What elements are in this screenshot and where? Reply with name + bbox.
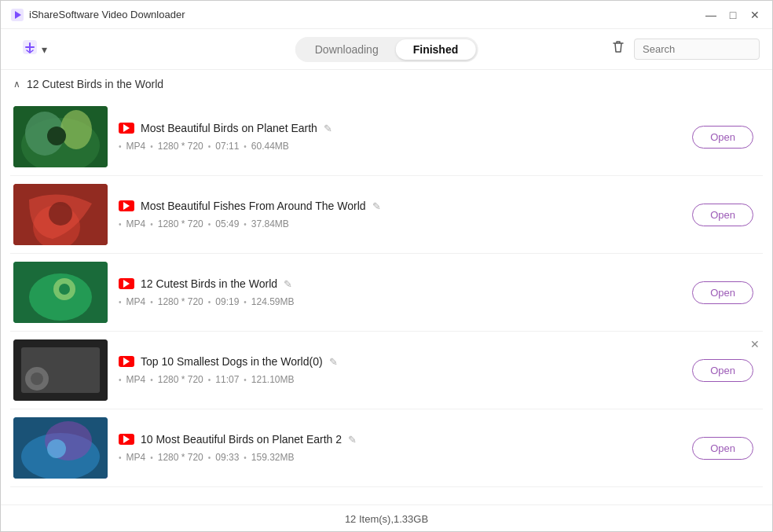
bullet: • xyxy=(150,453,153,462)
video-resolution: 1280 * 720 xyxy=(158,374,203,385)
video-title: Top 10 Smallest Dogs in the World(0) xyxy=(141,355,323,368)
minimize-button[interactable]: — xyxy=(703,7,719,23)
title-bar: iShareSoftware Video Downloader — □ ✕ xyxy=(1,1,772,29)
video-duration: 09:19 xyxy=(215,296,239,307)
video-item: Most Beautiful Fishes From Around The Wo… xyxy=(10,176,763,254)
delete-button[interactable] xyxy=(610,39,626,59)
video-resolution: 1280 * 720 xyxy=(158,141,203,152)
maximize-button[interactable]: □ xyxy=(725,7,741,23)
open-button[interactable]: Open xyxy=(692,126,753,149)
trash-icon xyxy=(610,39,626,55)
add-icon xyxy=(21,39,38,60)
edit-icon[interactable]: ✎ xyxy=(324,123,332,134)
close-button[interactable]: ✕ xyxy=(747,7,763,23)
video-format: MP4 xyxy=(126,452,146,463)
bullet: • xyxy=(150,376,153,384)
group-header[interactable]: ∧ 12 Cutest Birds in the World xyxy=(10,70,763,98)
video-meta: • MP4 • 1280 * 720 • 05:49 • 37.84MB xyxy=(119,218,681,229)
video-item: Top 10 Smallest Dogs in the World(0) ✎ •… xyxy=(10,332,763,409)
close-icon[interactable]: ✕ xyxy=(750,338,760,350)
bullet: • xyxy=(208,298,211,306)
video-item: 12 Cutest Birds in the World ✎ • MP4 • 1… xyxy=(10,254,763,332)
video-meta: • MP4 • 1280 * 720 • 09:33 • 159.32MB xyxy=(119,452,681,463)
search-input[interactable] xyxy=(634,39,760,60)
video-list: Most Beautiful Birds on Planet Earth ✎ •… xyxy=(10,98,763,487)
toolbar-right xyxy=(610,39,760,60)
footer: 12 Item(s),1.33GB xyxy=(1,504,772,532)
video-size: 60.44MB xyxy=(251,141,289,152)
tab-switcher: Downloading Finished xyxy=(295,37,478,62)
video-duration: 11:07 xyxy=(215,374,239,385)
video-resolution: 1280 * 720 xyxy=(158,296,203,307)
video-title-row: 12 Cutest Birds in the World ✎ xyxy=(119,277,681,290)
video-thumbnail xyxy=(13,106,108,167)
toolbar: ▾ Downloading Finished xyxy=(1,29,772,70)
video-meta: • MP4 • 1280 * 720 • 07:11 • 60.44MB xyxy=(119,141,681,152)
add-download-button[interactable]: ▾ xyxy=(13,34,55,64)
app-title-area: iShareSoftware Video Downloader xyxy=(10,8,185,22)
video-title: Most Beautiful Fishes From Around The Wo… xyxy=(141,200,366,212)
collapse-icon: ∧ xyxy=(13,79,20,90)
bullet: • xyxy=(119,298,122,306)
bullet: • xyxy=(244,142,247,151)
add-dropdown-arrow: ▾ xyxy=(42,43,47,56)
bullet: • xyxy=(208,376,211,384)
video-thumbnail xyxy=(13,184,108,245)
video-thumbnail xyxy=(13,339,108,401)
app-icon xyxy=(10,8,24,22)
bullet: • xyxy=(119,453,122,462)
video-format: MP4 xyxy=(126,218,146,229)
group-title: 12 Cutest Birds in the World xyxy=(27,78,163,90)
open-button[interactable]: Open xyxy=(692,204,753,226)
video-meta: • MP4 • 1280 * 720 • 09:19 • 124.59MB xyxy=(119,296,681,307)
video-resolution: 1280 * 720 xyxy=(158,452,203,463)
download-add-icon xyxy=(21,39,38,56)
video-meta: • MP4 • 1280 * 720 • 11:07 • 121.10MB xyxy=(119,374,681,385)
content-area: ∧ 12 Cutest Birds in the World Most Beau… xyxy=(1,70,772,504)
video-size: 124.59MB xyxy=(251,296,295,307)
youtube-icon xyxy=(119,434,134,445)
svg-point-7 xyxy=(47,127,66,145)
edit-icon[interactable]: ✎ xyxy=(329,356,338,368)
bullet: • xyxy=(208,220,211,229)
video-title: Most Beautiful Birds on Planet Earth xyxy=(141,122,317,134)
video-thumbnail xyxy=(13,262,108,323)
tab-finished[interactable]: Finished xyxy=(396,39,476,60)
svg-point-14 xyxy=(59,284,70,295)
video-info: Top 10 Smallest Dogs in the World(0) ✎ •… xyxy=(119,355,681,385)
video-size: 37.84MB xyxy=(251,218,289,229)
tab-downloading[interactable]: Downloading xyxy=(298,39,396,60)
youtube-icon xyxy=(119,278,134,289)
open-button[interactable]: Open xyxy=(692,437,753,460)
bullet: • xyxy=(119,220,122,229)
bullet: • xyxy=(208,142,211,151)
video-format: MP4 xyxy=(126,374,146,385)
video-size: 121.10MB xyxy=(251,374,295,385)
video-title: 12 Cutest Birds in the World xyxy=(141,277,277,290)
video-size: 159.32MB xyxy=(251,452,295,463)
open-button[interactable]: Open xyxy=(692,359,753,382)
toolbar-left: ▾ xyxy=(13,34,55,64)
video-format: MP4 xyxy=(126,141,146,152)
video-info: Most Beautiful Fishes From Around The Wo… xyxy=(119,200,681,229)
svg-point-6 xyxy=(60,110,92,149)
svg-point-10 xyxy=(49,202,72,226)
video-info: 12 Cutest Birds in the World ✎ • MP4 • 1… xyxy=(119,277,681,307)
edit-icon[interactable]: ✎ xyxy=(372,200,381,212)
video-title-row: Most Beautiful Fishes From Around The Wo… xyxy=(119,200,681,212)
bullet: • xyxy=(208,453,211,462)
bullet: • xyxy=(244,376,247,384)
youtube-icon xyxy=(119,356,134,367)
edit-icon[interactable]: ✎ xyxy=(284,278,292,290)
bullet: • xyxy=(119,376,122,384)
video-thumbnail xyxy=(13,417,108,479)
svg-point-22 xyxy=(47,439,66,458)
youtube-icon xyxy=(119,123,134,134)
open-button[interactable]: Open xyxy=(692,281,753,304)
edit-icon[interactable]: ✎ xyxy=(348,434,357,446)
bullet: • xyxy=(150,298,153,306)
svg-point-18 xyxy=(31,372,43,385)
video-title-row: Top 10 Smallest Dogs in the World(0) ✎ xyxy=(119,355,681,368)
bullet: • xyxy=(150,142,153,151)
video-format: MP4 xyxy=(126,296,146,307)
